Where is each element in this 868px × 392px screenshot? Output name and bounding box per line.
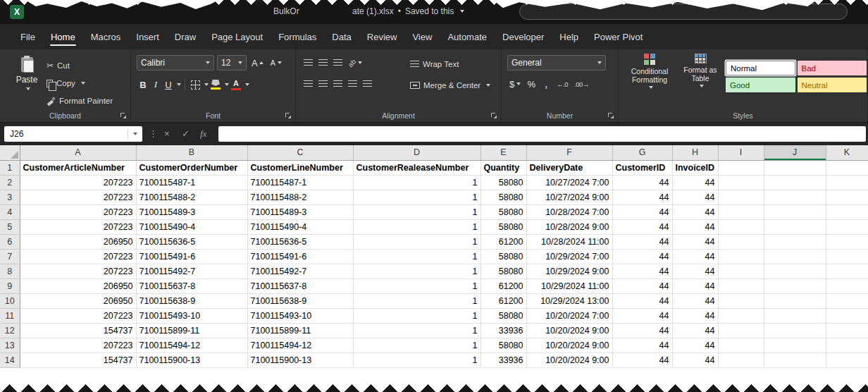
cell-K9[interactable] <box>826 278 868 293</box>
row-header-5[interactable]: 5 <box>0 219 20 234</box>
column-header-E[interactable]: E <box>480 145 526 160</box>
cell-A4[interactable]: 207223 <box>20 204 136 219</box>
cell-C11[interactable]: 7100115493-10 <box>247 308 353 323</box>
cancel-icon[interactable]: × <box>164 129 170 139</box>
menu-tab-power-pivot[interactable]: Power Pivot <box>586 24 650 49</box>
cell-E10[interactable]: 61200 <box>480 293 526 308</box>
cell-A8[interactable]: 207223 <box>20 264 136 278</box>
style-chip-bad[interactable]: Bad <box>798 61 867 75</box>
formula-bar-grip-icon[interactable]: ⋮ <box>149 129 158 139</box>
cell-K8[interactable] <box>826 264 868 278</box>
cell-F7[interactable]: 10/29/2024 7:00 <box>526 249 612 264</box>
cell-A10[interactable]: 206950 <box>20 293 136 308</box>
align-right-button[interactable] <box>331 76 345 92</box>
row-header-7[interactable]: 7 <box>0 249 20 264</box>
cell-E1[interactable]: Quantity <box>480 160 526 175</box>
cell-J10[interactable] <box>764 293 826 308</box>
cell-I10[interactable] <box>718 293 764 308</box>
cell-K1[interactable] <box>826 160 868 175</box>
cell-H14[interactable]: 44 <box>672 353 718 367</box>
cell-A11[interactable]: 207223 <box>20 308 136 323</box>
menu-tab-formulas[interactable]: Formulas <box>271 24 324 49</box>
excel-app-icon[interactable]: X <box>10 5 24 19</box>
row-header-4[interactable]: 4 <box>0 204 20 219</box>
cell-C7[interactable]: 7100115491-6 <box>247 249 353 264</box>
format-as-table-button[interactable]: Format as Table <box>678 54 723 87</box>
cell-I1[interactable] <box>718 160 764 175</box>
cell-C8[interactable]: 7100115492-7 <box>247 264 353 278</box>
cell-I2[interactable] <box>718 175 764 190</box>
cell-D5[interactable]: 1 <box>353 219 480 234</box>
cell-K5[interactable] <box>826 219 868 234</box>
decrease-indent-button[interactable] <box>346 76 359 92</box>
name-box[interactable]: J26 <box>4 126 142 142</box>
row-header-9[interactable]: 9 <box>0 278 20 293</box>
row-header-13[interactable]: 13 <box>0 338 20 353</box>
cell-E5[interactable]: 58080 <box>480 219 526 234</box>
copy-button[interactable]: Copy <box>46 77 113 90</box>
cell-J5[interactable] <box>764 219 826 234</box>
cell-I9[interactable] <box>718 278 764 293</box>
cell-E2[interactable]: 58080 <box>480 175 526 190</box>
menu-tab-home[interactable]: Home <box>43 24 83 49</box>
cell-K3[interactable] <box>826 190 868 204</box>
cell-F6[interactable]: 10/28/2024 11:00 <box>526 234 612 249</box>
cell-G12[interactable]: 44 <box>612 323 672 338</box>
cell-A5[interactable]: 207223 <box>20 219 136 234</box>
cell-F2[interactable]: 10/27/2024 7:00 <box>526 175 612 190</box>
menu-tab-review[interactable]: Review <box>359 24 405 49</box>
cell-D14[interactable]: 1 <box>353 353 480 367</box>
cell-J8[interactable] <box>764 264 826 278</box>
cell-D8[interactable]: 1 <box>353 264 480 278</box>
cell-H8[interactable]: 44 <box>672 264 718 278</box>
menu-tab-draw[interactable]: Draw <box>167 24 204 49</box>
name-box-chevron-icon[interactable] <box>133 133 137 135</box>
cell-E3[interactable]: 58080 <box>480 190 526 204</box>
cell-J9[interactable] <box>764 278 826 293</box>
cell-K14[interactable] <box>826 353 868 367</box>
menu-tab-macros[interactable]: Macros <box>83 24 129 49</box>
cell-G13[interactable]: 44 <box>612 338 672 353</box>
title-dropdown-chevron-icon[interactable] <box>460 10 464 13</box>
cell-F11[interactable]: 10/20/2024 7:00 <box>526 308 612 323</box>
cell-C5[interactable]: 7100115490-4 <box>247 219 353 234</box>
increase-indent-button[interactable] <box>361 76 374 92</box>
cell-I14[interactable] <box>718 353 764 367</box>
menu-tab-data[interactable]: Data <box>324 24 359 49</box>
cell-G1[interactable]: CustomerID <box>612 160 672 175</box>
row-header-14[interactable]: 14 <box>0 353 20 367</box>
decrease-decimal-button[interactable]: .00→ <box>572 76 591 92</box>
cell-A1[interactable]: CustomerArticleNumber <box>20 160 136 175</box>
cell-H2[interactable]: 44 <box>672 175 718 190</box>
cell-G6[interactable]: 44 <box>612 234 672 249</box>
cell-G7[interactable]: 44 <box>612 249 672 264</box>
cell-J11[interactable] <box>764 308 826 323</box>
cell-H12[interactable]: 44 <box>672 323 718 338</box>
cell-F13[interactable]: 10/20/2024 9:00 <box>526 338 612 353</box>
row-header-1[interactable]: 1 <box>0 160 20 175</box>
cell-K13[interactable] <box>826 338 868 353</box>
cell-C9[interactable]: 7100115637-8 <box>247 278 353 293</box>
italic-button[interactable]: I <box>149 77 162 92</box>
select-all-corner[interactable] <box>0 145 20 160</box>
cell-B9[interactable]: 7100115637-8 <box>136 278 247 293</box>
cell-G14[interactable]: 44 <box>612 353 672 367</box>
cell-D12[interactable]: 1 <box>353 323 480 338</box>
cell-C6[interactable]: 7100115636-5 <box>247 234 353 249</box>
cell-A3[interactable]: 207223 <box>20 190 136 204</box>
cell-H4[interactable]: 44 <box>672 204 718 219</box>
cell-B7[interactable]: 7100115491-6 <box>136 249 247 264</box>
cut-button[interactable]: ✂ Cut <box>46 59 113 72</box>
number-format-combo[interactable]: General <box>507 55 606 71</box>
cell-K11[interactable] <box>826 308 868 323</box>
font-dialog-launcher[interactable] <box>285 113 291 118</box>
column-header-C[interactable]: C <box>247 145 353 160</box>
menu-tab-page-layout[interactable]: Page Layout <box>204 24 271 49</box>
middle-align-button[interactable] <box>316 55 330 71</box>
cell-G9[interactable]: 44 <box>612 278 672 293</box>
cell-B3[interactable]: 7100115488-2 <box>136 190 247 204</box>
column-header-D[interactable]: D <box>353 145 480 160</box>
cell-F5[interactable]: 10/28/2024 9:00 <box>526 219 612 234</box>
cell-H3[interactable]: 44 <box>672 190 718 204</box>
cell-J6[interactable] <box>764 234 826 249</box>
